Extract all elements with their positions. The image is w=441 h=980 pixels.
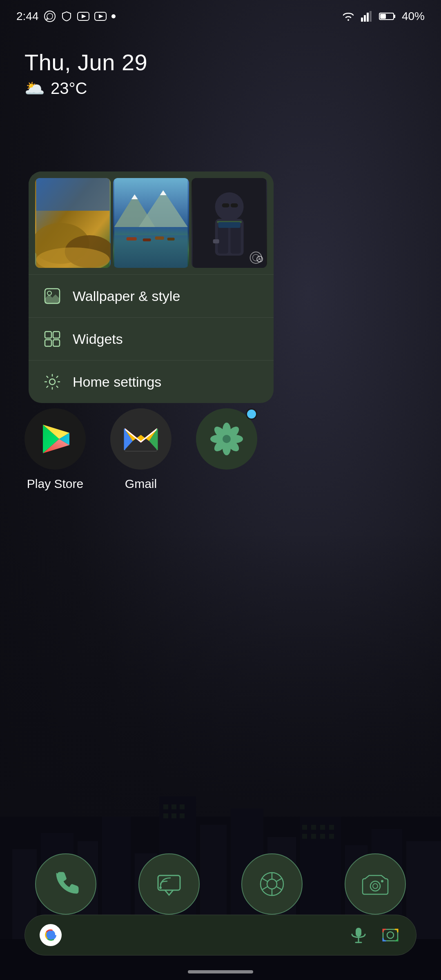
notification-dot bbox=[111, 14, 116, 18]
svg-point-88 bbox=[159, 886, 162, 889]
svg-rect-53 bbox=[143, 238, 151, 241]
svg-rect-73 bbox=[45, 340, 51, 346]
wallpaper-style-menu-item[interactable]: Wallpaper & style bbox=[29, 274, 274, 317]
chrome-app-icon[interactable] bbox=[241, 853, 303, 915]
phone-app-icon[interactable] bbox=[35, 853, 96, 915]
svg-rect-55 bbox=[167, 238, 175, 241]
svg-rect-39 bbox=[394, 15, 395, 18]
svg-point-104 bbox=[387, 932, 394, 938]
home-settings-menu-item[interactable]: Home settings bbox=[29, 360, 274, 403]
signal-icon bbox=[361, 11, 373, 22]
svg-point-75 bbox=[49, 379, 55, 385]
search-right-icons bbox=[347, 924, 401, 946]
photo-thumb-mountain[interactable] bbox=[113, 178, 189, 268]
svg-line-92 bbox=[276, 879, 282, 882]
youtube-icon bbox=[77, 12, 89, 21]
pinwheel-icon-circle[interactable] bbox=[196, 408, 257, 470]
svg-rect-26 bbox=[320, 834, 325, 839]
play-store-app[interactable]: Play Store bbox=[24, 408, 86, 491]
svg-rect-71 bbox=[45, 332, 51, 338]
svg-marker-33 bbox=[99, 14, 103, 18]
svg-rect-66 bbox=[213, 239, 219, 243]
wallpaper-style-label: Wallpaper & style bbox=[73, 288, 180, 304]
wallpaper-icon bbox=[43, 287, 61, 305]
camera-app-icon[interactable] bbox=[345, 853, 406, 915]
svg-rect-65 bbox=[218, 222, 240, 228]
svg-rect-74 bbox=[53, 340, 60, 346]
svg-rect-34 bbox=[361, 18, 363, 22]
date-weather-widget: Thu, Jun 29 🌥️ 23°C bbox=[24, 49, 147, 98]
photo-thumb-person[interactable] bbox=[192, 178, 267, 268]
svg-point-98 bbox=[373, 884, 378, 889]
battery-icon bbox=[379, 12, 396, 21]
gmail-app[interactable]: Gmail bbox=[110, 408, 172, 491]
photo-strip bbox=[29, 172, 274, 274]
svg-point-97 bbox=[370, 881, 380, 891]
screencast-app-icon[interactable] bbox=[138, 853, 200, 915]
svg-rect-24 bbox=[302, 834, 307, 839]
wifi-icon bbox=[341, 11, 355, 22]
shield-icon bbox=[61, 11, 72, 22]
svg-rect-60 bbox=[218, 225, 228, 254]
settings-icon bbox=[43, 373, 61, 391]
svg-line-96 bbox=[263, 879, 268, 882]
google-logo bbox=[40, 924, 62, 946]
widgets-menu-item[interactable]: Widgets bbox=[29, 317, 274, 360]
whatsapp-icon bbox=[44, 10, 56, 22]
svg-rect-22 bbox=[320, 825, 325, 830]
app-row: Play Store Gmail bbox=[24, 408, 416, 491]
gmail-label: Gmail bbox=[125, 477, 157, 491]
widgets-label: Widgets bbox=[73, 331, 123, 347]
svg-rect-17 bbox=[163, 813, 168, 818]
svg-rect-27 bbox=[329, 834, 334, 839]
status-left: 2:44 bbox=[16, 10, 116, 23]
svg-line-95 bbox=[263, 886, 268, 889]
date-display: Thu, Jun 29 bbox=[24, 49, 147, 76]
svg-rect-18 bbox=[172, 813, 176, 818]
svg-rect-44 bbox=[36, 178, 110, 211]
svg-rect-35 bbox=[364, 15, 366, 22]
weather-icon: 🌥️ bbox=[24, 79, 45, 98]
svg-rect-16 bbox=[180, 804, 185, 809]
play-store-icon-circle[interactable] bbox=[24, 408, 86, 470]
photo-thumb-coastal[interactable] bbox=[35, 178, 111, 268]
svg-rect-36 bbox=[367, 13, 369, 22]
svg-rect-52 bbox=[127, 237, 137, 241]
svg-point-57 bbox=[215, 192, 243, 221]
svg-rect-20 bbox=[302, 825, 307, 830]
dock bbox=[24, 853, 416, 915]
svg-rect-40 bbox=[380, 14, 386, 19]
temperature-display: 23°C bbox=[51, 79, 87, 98]
status-time: 2:44 bbox=[16, 10, 39, 23]
svg-rect-100 bbox=[356, 928, 361, 937]
voice-search-button[interactable] bbox=[347, 924, 370, 946]
svg-rect-23 bbox=[329, 825, 334, 830]
svg-rect-19 bbox=[180, 813, 185, 818]
svg-point-90 bbox=[267, 879, 277, 889]
status-right: 40% bbox=[341, 10, 425, 23]
gmail-icon-circle[interactable] bbox=[110, 408, 172, 470]
play-store-label: Play Store bbox=[27, 477, 83, 491]
nav-gesture-indicator bbox=[188, 970, 253, 973]
svg-point-99 bbox=[381, 880, 383, 882]
notification-badge bbox=[246, 408, 257, 420]
svg-rect-21 bbox=[311, 825, 316, 830]
svg-point-86 bbox=[223, 435, 231, 443]
status-bar: 2:44 bbox=[0, 0, 441, 33]
svg-rect-61 bbox=[230, 225, 241, 254]
pinwheel-app[interactable] bbox=[196, 408, 257, 491]
weather-display: 🌥️ 23°C bbox=[24, 79, 147, 98]
svg-rect-15 bbox=[172, 804, 176, 809]
svg-rect-25 bbox=[311, 834, 316, 839]
svg-marker-31 bbox=[82, 14, 86, 18]
context-menu: Wallpaper & style Widgets Home settings bbox=[29, 172, 274, 403]
svg-rect-103 bbox=[383, 929, 398, 941]
svg-line-93 bbox=[276, 886, 282, 889]
google-search-bar[interactable] bbox=[24, 915, 416, 956]
widgets-icon bbox=[43, 330, 61, 348]
svg-point-70 bbox=[47, 291, 51, 295]
lens-search-button[interactable] bbox=[379, 924, 401, 946]
svg-rect-72 bbox=[53, 332, 60, 338]
youtube2-icon bbox=[94, 12, 107, 21]
svg-rect-54 bbox=[155, 236, 164, 240]
